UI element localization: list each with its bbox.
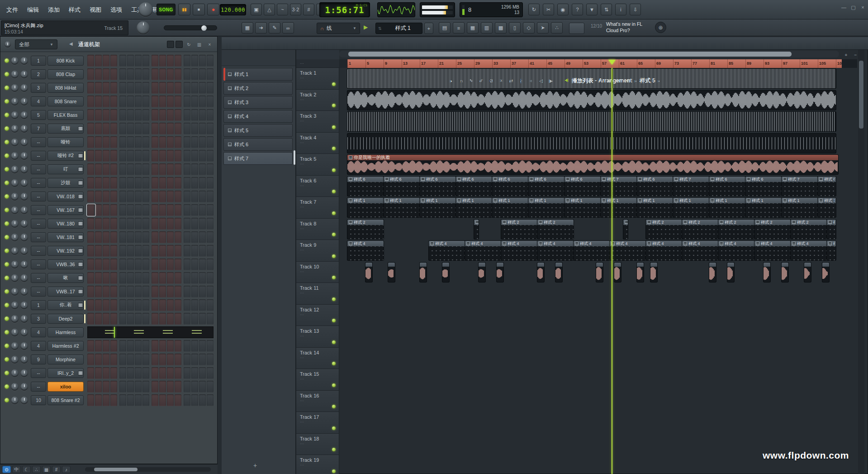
channel-led[interactable] xyxy=(5,344,9,348)
step-button[interactable] xyxy=(110,82,117,94)
volume-knob[interactable] xyxy=(20,139,28,146)
step-button[interactable] xyxy=(199,231,206,243)
step-button[interactable] xyxy=(135,245,142,257)
step-button[interactable] xyxy=(110,218,117,230)
pattern-item[interactable]: 样式 3 xyxy=(223,96,293,109)
step-button[interactable] xyxy=(184,218,190,230)
step-button[interactable] xyxy=(103,367,109,379)
step-button[interactable] xyxy=(207,313,213,325)
pan-knob[interactable] xyxy=(11,356,19,364)
sync-icon[interactable]: ↻ xyxy=(528,4,540,15)
track-led[interactable] xyxy=(332,190,336,193)
step-button[interactable] xyxy=(103,245,109,257)
step-button[interactable] xyxy=(152,394,158,406)
step-button[interactable] xyxy=(135,340,142,352)
channel-led[interactable] xyxy=(5,72,9,77)
channel-number[interactable]: 1 xyxy=(31,300,46,310)
track-led[interactable] xyxy=(332,340,336,344)
volume-knob[interactable] xyxy=(20,383,28,391)
step-button[interactable] xyxy=(110,55,117,67)
typing-keyboard-icon[interactable]: # xyxy=(303,4,314,15)
step-button[interactable] xyxy=(127,340,134,352)
step-button[interactable] xyxy=(87,381,94,393)
step-button[interactable] xyxy=(142,394,149,406)
track-header[interactable]: Track 18⋯ xyxy=(296,434,339,455)
channel-number[interactable]: 3 xyxy=(31,83,46,93)
step-button[interactable] xyxy=(87,354,94,365)
step-button[interactable] xyxy=(127,313,134,325)
pencil-icon[interactable]: ✎ xyxy=(467,77,476,85)
volume-knob[interactable] xyxy=(20,356,28,364)
step-button[interactable] xyxy=(167,123,174,134)
pattern-item[interactable]: 样式 6 xyxy=(223,138,293,151)
rack-option-button[interactable] xyxy=(167,41,174,48)
step-button[interactable] xyxy=(159,109,166,121)
step-button[interactable] xyxy=(87,177,94,189)
step-button[interactable] xyxy=(119,150,126,162)
step-button[interactable] xyxy=(142,123,149,134)
mic-icon[interactable]: ◉ xyxy=(557,4,569,15)
step-button[interactable] xyxy=(110,381,117,393)
step-button[interactable] xyxy=(142,354,149,365)
step-button[interactable] xyxy=(152,96,158,107)
pan-knob[interactable] xyxy=(11,98,19,105)
scrollbar-thumb[interactable] xyxy=(94,468,138,471)
maximize-button[interactable]: ▢ xyxy=(849,4,858,11)
automation-preview[interactable] xyxy=(87,326,213,338)
step-button[interactable] xyxy=(135,394,142,406)
pan-knob[interactable] xyxy=(11,166,19,173)
step-button[interactable] xyxy=(103,381,109,393)
step-button[interactable] xyxy=(191,272,198,284)
step-button[interactable] xyxy=(119,272,126,284)
step-button[interactable] xyxy=(142,82,149,94)
step-button[interactable] xyxy=(175,150,181,162)
typing-to-piano-icon[interactable]: 中 xyxy=(12,466,21,473)
channel-led[interactable] xyxy=(5,58,9,63)
step-button[interactable] xyxy=(87,136,94,148)
channel-led[interactable] xyxy=(5,384,9,389)
track-header[interactable]: Track 19⋯ xyxy=(296,455,339,474)
pan-knob[interactable] xyxy=(11,342,19,350)
pattern-item[interactable]: 样式 4 xyxy=(223,110,293,123)
channel-led[interactable] xyxy=(5,357,9,362)
step-button[interactable] xyxy=(199,354,206,365)
cut-tool-icon[interactable]: ✂ xyxy=(543,4,554,15)
step-button[interactable] xyxy=(191,204,198,216)
pan-knob[interactable] xyxy=(11,329,19,336)
step-button[interactable] xyxy=(95,68,102,80)
step-button[interactable] xyxy=(103,394,109,406)
step-button[interactable] xyxy=(207,109,213,121)
channel-button[interactable]: 哑铃 xyxy=(47,137,84,147)
step-button[interactable] xyxy=(184,354,190,365)
pan-knob[interactable] xyxy=(11,71,19,78)
step-button[interactable] xyxy=(199,394,206,406)
step-button[interactable] xyxy=(175,68,181,80)
step-button[interactable] xyxy=(199,286,206,297)
step-button[interactable] xyxy=(167,68,174,80)
step-button[interactable] xyxy=(119,204,126,216)
step-button[interactable] xyxy=(142,272,149,284)
step-button[interactable] xyxy=(87,313,94,325)
channel-number[interactable]: -- xyxy=(31,178,46,188)
step-button[interactable] xyxy=(191,286,198,297)
track-header[interactable]: Track 2⋯ xyxy=(296,90,339,111)
track-led[interactable] xyxy=(332,82,336,86)
step-button[interactable] xyxy=(152,150,158,162)
grid-icon[interactable]: ▦ xyxy=(42,466,51,473)
channel-number[interactable]: 9 xyxy=(31,354,46,364)
step-button[interactable] xyxy=(135,123,142,134)
channel-led[interactable] xyxy=(5,194,9,199)
step-button[interactable] xyxy=(127,191,134,202)
menu-item-6[interactable]: 选项 xyxy=(106,6,127,14)
step-button[interactable] xyxy=(127,150,134,162)
step-button[interactable] xyxy=(152,191,158,202)
step-button[interactable] xyxy=(207,82,213,94)
step-button[interactable] xyxy=(103,259,109,270)
step-button[interactable] xyxy=(159,68,166,80)
track-led[interactable] xyxy=(332,211,336,215)
step-button[interactable] xyxy=(159,299,166,311)
step-button[interactable] xyxy=(207,245,213,257)
step-button[interactable] xyxy=(199,55,206,67)
step-button[interactable] xyxy=(95,231,102,243)
volume-knob[interactable] xyxy=(20,206,28,214)
